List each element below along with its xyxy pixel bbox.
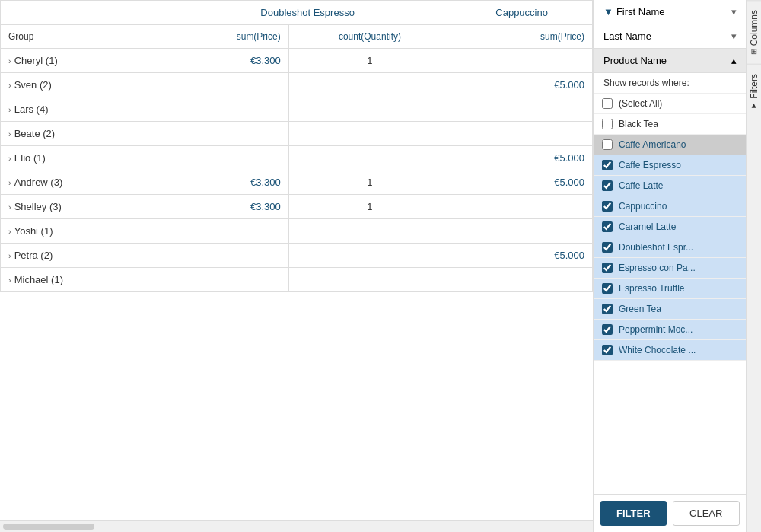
filter-panel: ▼ First Name ▾ Last Name ▾ Product Name … xyxy=(594,0,746,532)
cell-group: ›Andrew (3) xyxy=(1,170,164,195)
cell-quantity xyxy=(288,146,451,170)
filters-tab-label: Filters xyxy=(749,74,759,99)
label-espresso_truffle: Espresso Truffle xyxy=(619,283,684,294)
columns-tab-label: Columns xyxy=(749,10,759,46)
cell-cappuccino xyxy=(451,122,593,146)
first-name-filter-row[interactable]: ▼ First Name ▾ xyxy=(594,0,746,24)
checkbox-caramel_latte[interactable] xyxy=(602,221,613,232)
checkbox-item-caffe_americano[interactable]: Caffe Americano xyxy=(594,135,746,155)
cell-group: ›Elio (1) xyxy=(1,146,164,170)
checkbox-item-peppermint_moc[interactable]: Peppermint Moc... xyxy=(594,320,746,340)
cell-cappuccino xyxy=(451,268,593,292)
cell-cappuccino: €5.000 xyxy=(451,73,593,97)
cell-quantity xyxy=(288,244,451,268)
product-name-filter-row[interactable]: Product Name ▴ xyxy=(594,49,746,73)
table-row: ›Michael (1) xyxy=(1,268,593,292)
checkbox-caffe_espresso[interactable] xyxy=(602,160,613,170)
checkbox-doubleshot_espr[interactable] xyxy=(602,242,613,253)
col-cappuccino-header: Cappuccino xyxy=(451,1,593,25)
filter-funnel-icon: ▼ xyxy=(603,6,613,18)
cell-quantity xyxy=(288,268,451,292)
checkbox-item-caffe_latte[interactable]: Caffe Latte xyxy=(594,176,746,196)
cell-quantity xyxy=(288,219,451,244)
cell-quantity: 1 xyxy=(288,195,451,219)
row-chevron-icon: › xyxy=(8,251,11,260)
checkbox-item-espresso_con_pa[interactable]: Espresso con Pa... xyxy=(594,258,746,279)
checkbox-item-black_tea[interactable]: Black Tea xyxy=(594,114,746,135)
cell-doubleshot: €3.300 xyxy=(164,49,289,73)
last-name-filter-row[interactable]: Last Name ▾ xyxy=(594,24,746,49)
checkbox-item-doubleshot_espr[interactable]: Doubleshot Espr... xyxy=(594,237,746,258)
filter-button[interactable]: FILTER xyxy=(600,501,667,526)
col-cappuccino-sub: sum(Price) xyxy=(451,25,593,49)
filter-panel-content: ▼ First Name ▾ Last Name ▾ Product Name … xyxy=(594,0,746,532)
checkbox-caffe_latte[interactable] xyxy=(602,180,613,191)
cell-doubleshot xyxy=(164,73,289,97)
row-chevron-icon: › xyxy=(8,154,11,163)
checkbox-list[interactable]: (Select All) Black TeaCaffe AmericanoCaf… xyxy=(594,94,746,494)
label-espresso_con_pa: Espresso con Pa... xyxy=(619,263,696,273)
select-all-item[interactable]: (Select All) xyxy=(594,94,746,114)
horizontal-scrollbar[interactable] xyxy=(0,520,593,532)
product-name-label: Product Name xyxy=(603,55,667,66)
checkbox-item-green_tea[interactable]: Green Tea xyxy=(594,299,746,320)
row-chevron-icon: › xyxy=(8,178,11,187)
table-row: ›Cheryl (1)€3.3001 xyxy=(1,49,593,73)
row-chevron-icon: › xyxy=(8,81,11,90)
select-all-label: (Select All) xyxy=(619,98,662,109)
col-group xyxy=(1,1,164,25)
cell-group: ›Michael (1) xyxy=(1,268,164,292)
cell-doubleshot: €3.300 xyxy=(164,170,289,195)
row-chevron-icon: › xyxy=(8,276,11,285)
label-white_chocolate: White Chocolate ... xyxy=(619,345,696,355)
cell-cappuccino xyxy=(451,219,593,244)
columns-tab[interactable]: ⊞ Columns xyxy=(747,0,761,64)
cell-doubleshot xyxy=(164,146,289,170)
checkbox-green_tea[interactable] xyxy=(602,304,613,314)
row-chevron-icon: › xyxy=(8,202,11,212)
table-container[interactable]: Doubleshot Espresso Cappuccino Group sum… xyxy=(0,0,593,520)
cell-quantity xyxy=(288,122,451,146)
checkbox-items-container: Black TeaCaffe AmericanoCaffe EspressoCa… xyxy=(594,114,746,361)
show-records-label: Show records where: xyxy=(594,73,746,94)
cell-cappuccino: €5.000 xyxy=(451,170,593,195)
label-black_tea: Black Tea xyxy=(619,119,658,129)
cell-cappuccino: €5.000 xyxy=(451,244,593,268)
checkbox-caffe_americano[interactable] xyxy=(602,139,613,150)
select-all-checkbox[interactable] xyxy=(602,98,613,109)
scrollbar-thumb[interactable] xyxy=(3,524,94,530)
first-name-chevron-icon: ▾ xyxy=(731,6,737,18)
cell-quantity: 1 xyxy=(288,49,451,73)
label-peppermint_moc: Peppermint Moc... xyxy=(619,324,693,335)
label-caffe_espresso: Caffe Espresso xyxy=(619,160,681,170)
checkbox-peppermint_moc[interactable] xyxy=(602,324,613,335)
last-name-label: Last Name xyxy=(603,30,651,42)
checkbox-cappuccino[interactable] xyxy=(602,201,613,212)
checkbox-white_chocolate[interactable] xyxy=(602,345,613,355)
checkbox-espresso_con_pa[interactable] xyxy=(602,263,613,273)
table-row: ›Lars (4) xyxy=(1,97,593,122)
checkbox-item-cappuccino[interactable]: Cappuccino xyxy=(594,196,746,217)
checkbox-item-caffe_espresso[interactable]: Caffe Espresso xyxy=(594,155,746,176)
label-green_tea: Green Tea xyxy=(619,304,661,314)
filters-tab[interactable]: ▼ Filters xyxy=(747,64,761,119)
col-quantity-sub: count(Quantity) xyxy=(288,25,451,49)
cell-group: ›Shelley (3) xyxy=(1,195,164,219)
clear-button[interactable]: CLEAR xyxy=(673,501,740,526)
row-chevron-icon: › xyxy=(8,105,11,114)
checkbox-black_tea[interactable] xyxy=(602,119,613,129)
cell-cappuccino xyxy=(451,49,593,73)
cell-quantity: 1 xyxy=(288,170,451,195)
checkbox-item-caramel_latte[interactable]: Caramel Latte xyxy=(594,217,746,237)
table-row: ›Petra (2)€5.000 xyxy=(1,244,593,268)
label-caffe_latte: Caffe Latte xyxy=(619,180,664,191)
table-row: ›Sven (2)€5.000 xyxy=(1,73,593,97)
cell-group: ›Yoshi (1) xyxy=(1,219,164,244)
checkbox-espresso_truffle[interactable] xyxy=(602,283,613,294)
first-name-label: First Name xyxy=(616,6,665,18)
col-doubleshot-header: Doubleshot Espresso xyxy=(164,1,451,25)
cell-doubleshot xyxy=(164,244,289,268)
cell-group: ›Cheryl (1) xyxy=(1,49,164,73)
checkbox-item-espresso_truffle[interactable]: Espresso Truffle xyxy=(594,279,746,299)
checkbox-item-white_chocolate[interactable]: White Chocolate ... xyxy=(594,340,746,361)
